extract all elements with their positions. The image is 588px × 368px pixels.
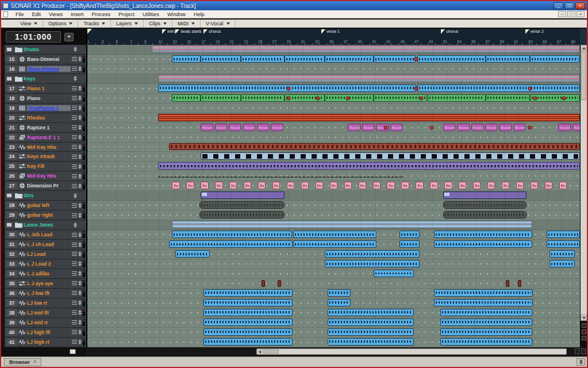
clip-lane[interactable] [87, 84, 580, 94]
clip-marker-dot[interactable] [528, 125, 532, 129]
track-row[interactable]: 29guitar right [5, 210, 86, 220]
track-menu-icon[interactable] [72, 340, 77, 344]
re-clip[interactable]: Re [502, 182, 509, 189]
expand-arrows-icon[interactable] [78, 56, 82, 62]
expand-arrows-icon[interactable] [78, 232, 82, 237]
re-clip[interactable]: Re [244, 182, 251, 189]
re-clip[interactable]: Re [387, 182, 394, 189]
menu-item-window[interactable]: Window [163, 12, 190, 17]
tab-browser[interactable]: Browser × [4, 358, 41, 366]
track-menu-icon[interactable] [72, 164, 77, 168]
clip-marker-dot[interactable] [430, 125, 434, 129]
track-row[interactable]: 23Mid Key Hits [5, 143, 86, 152]
ruler-marker[interactable]: chorus [441, 29, 458, 36]
audio-clip[interactable] [328, 338, 414, 346]
menu-item-utilities[interactable]: Utilities [139, 12, 163, 17]
track-menu-icon[interactable] [72, 281, 77, 285]
track-menu-icon[interactable] [72, 86, 77, 90]
clip-lane[interactable] [87, 55, 580, 64]
expand-arrows-icon[interactable] [78, 300, 82, 305]
minimize-button[interactable]: _ [554, 2, 563, 9]
re-clip[interactable]: Re [201, 182, 208, 189]
re-clip[interactable]: Re [186, 182, 194, 189]
re-clip[interactable]: Re [272, 182, 280, 189]
track-row[interactable]: 19TruePianos 1 [5, 103, 86, 113]
audio-clip[interactable] [203, 338, 293, 346]
re-clip[interactable]: Re [373, 182, 381, 189]
track-row[interactable]: 41LJ high rt [5, 338, 86, 347]
keyboard-clip[interactable] [158, 114, 580, 121]
clip-lane[interactable] [87, 230, 580, 240]
track-menu-icon[interactable] [72, 243, 77, 247]
re-clip[interactable]: Re [401, 182, 409, 189]
track-menu-icon[interactable] [72, 57, 77, 61]
track-row[interactable]: 26Mid Key Hits [5, 171, 86, 181]
clip-lane[interactable] [87, 289, 580, 298]
pane-toggle-button[interactable] [70, 349, 76, 354]
marker-clip[interactable] [262, 280, 265, 287]
clip-lane[interactable]: RecordRecordRecordRecordRecordRecordReco… [87, 123, 580, 133]
clip-lane[interactable] [87, 201, 580, 210]
re-clip[interactable]: Re [258, 182, 266, 189]
audio-clip[interactable] [328, 299, 351, 306]
record-clip[interactable]: Record [215, 124, 227, 131]
expand-arrows-icon[interactable] [78, 86, 82, 91]
audio-clip[interactable] [440, 319, 532, 326]
clip-lane[interactable] [87, 191, 580, 201]
record-clip[interactable]: Record [443, 124, 455, 131]
track-menu-icon[interactable] [72, 204, 77, 208]
audio-clip[interactable] [530, 94, 580, 102]
audio-clip[interactable] [428, 94, 486, 102]
track-row[interactable]: 16Bass-Dimens [5, 64, 86, 74]
clip-marker-dot[interactable] [420, 96, 424, 100]
folder-composite-clip[interactable] [152, 45, 580, 53]
menu-item-project[interactable]: Project [114, 12, 139, 17]
toolbar-v-vocal-dropdown[interactable]: V-Vocal [201, 20, 236, 28]
audio-clip[interactable] [203, 299, 293, 306]
expand-arrows-icon[interactable] [78, 154, 82, 159]
track-menu-icon[interactable] [72, 271, 77, 275]
zoom-in-vertical-button[interactable] [582, 323, 586, 328]
audio-clip[interactable] [440, 328, 532, 336]
track-row[interactable]: 18Piano [5, 94, 86, 103]
audio-clip[interactable] [203, 319, 293, 326]
guitar-notation-clip[interactable] [443, 201, 526, 209]
track-row[interactable]: 38LJ mid lft [5, 308, 86, 318]
audio-clip[interactable] [547, 240, 580, 248]
track-row[interactable]: 36L J low lft [5, 289, 86, 298]
clip-lane[interactable] [87, 94, 580, 103]
track-row[interactable]: 33L J Lead 2 [5, 259, 86, 269]
track-menu-icon[interactable] [72, 291, 77, 295]
record-clip[interactable]: Record [457, 124, 469, 131]
audio-clip[interactable] [549, 250, 575, 258]
expand-arrows-icon[interactable] [78, 203, 82, 208]
track-menu-icon[interactable] [72, 145, 77, 149]
track-row[interactable]: 34L J adlibs [5, 269, 86, 279]
toolbar-midi-dropdown[interactable]: MIDI [172, 20, 201, 28]
re-clip[interactable]: Re [330, 182, 337, 189]
close-tab-icon[interactable]: × [33, 359, 36, 365]
expand-arrows-icon[interactable] [78, 125, 82, 130]
expand-arrows-icon[interactable] [78, 320, 82, 325]
zoom-fit-button[interactable] [582, 329, 586, 334]
audio-clip[interactable] [325, 55, 374, 63]
expand-arrows-icon[interactable] [78, 174, 82, 179]
re-clip[interactable]: Re [416, 182, 423, 189]
clip-marker-dot[interactable] [286, 96, 290, 100]
re-clip[interactable]: Re [344, 182, 352, 189]
menu-item-views[interactable]: Views [45, 12, 67, 17]
audio-clip[interactable] [203, 309, 293, 316]
track-row[interactable]: 20Rhodes [5, 113, 86, 123]
expand-arrows-icon[interactable] [78, 329, 82, 335]
maximize-button[interactable]: □ [564, 2, 574, 9]
toolbar-view-dropdown[interactable]: View [15, 20, 43, 28]
folder-composite-clip[interactable] [172, 221, 532, 228]
clip-lane[interactable] [87, 74, 580, 84]
marker-clip[interactable] [518, 280, 521, 287]
expand-arrows-icon[interactable] [78, 271, 82, 276]
track-menu-icon[interactable] [72, 252, 77, 256]
audio-clip[interactable] [374, 55, 416, 63]
track-menu-icon[interactable] [72, 301, 77, 305]
re-clip[interactable]: Re [430, 182, 437, 189]
clip-marker-dot[interactable] [528, 86, 532, 90]
